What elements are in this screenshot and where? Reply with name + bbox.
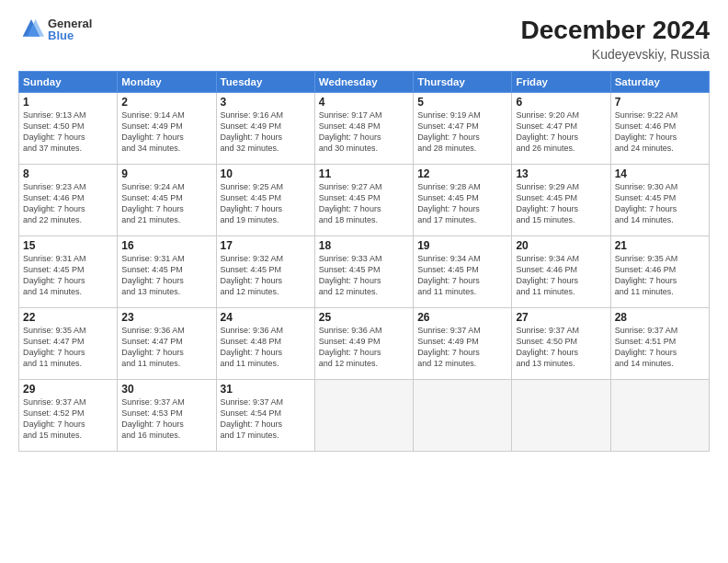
logo: General Blue	[18, 17, 92, 42]
day-info: Sunrise: 9:32 AM Sunset: 4:45 PM Dayligh…	[221, 253, 311, 298]
week-row-2: 8Sunrise: 9:23 AM Sunset: 4:46 PM Daylig…	[19, 164, 710, 236]
week-row-3: 15Sunrise: 9:31 AM Sunset: 4:45 PM Dayli…	[19, 236, 710, 307]
day-info: Sunrise: 9:37 AM Sunset: 4:51 PM Dayligh…	[615, 325, 705, 370]
day-number: 27	[516, 311, 606, 324]
calendar-table: SundayMondayTuesdayWednesdayThursdayFrid…	[18, 71, 710, 452]
day-number: 25	[319, 311, 409, 324]
day-number: 19	[417, 239, 507, 252]
week-row-4: 22Sunrise: 9:35 AM Sunset: 4:47 PM Dayli…	[19, 307, 710, 379]
day-info: Sunrise: 9:31 AM Sunset: 4:45 PM Dayligh…	[121, 253, 211, 298]
day-info: Sunrise: 9:14 AM Sunset: 4:49 PM Dayligh…	[121, 109, 211, 155]
day-info: Sunrise: 9:35 AM Sunset: 4:46 PM Dayligh…	[615, 253, 705, 298]
day-info: Sunrise: 9:27 AM Sunset: 4:45 PM Dayligh…	[319, 181, 409, 226]
day-number: 17	[221, 239, 311, 252]
calendar-cell: 9Sunrise: 9:24 AM Sunset: 4:45 PM Daylig…	[118, 164, 216, 236]
header-cell-friday: Friday	[512, 71, 610, 92]
calendar-cell: 20Sunrise: 9:34 AM Sunset: 4:46 PM Dayli…	[512, 236, 610, 307]
day-number: 18	[319, 239, 409, 252]
day-number: 14	[615, 167, 705, 180]
day-info: Sunrise: 9:25 AM Sunset: 4:45 PM Dayligh…	[221, 181, 311, 226]
calendar-cell: 5Sunrise: 9:19 AM Sunset: 4:47 PM Daylig…	[414, 92, 512, 164]
day-info: Sunrise: 9:36 AM Sunset: 4:47 PM Dayligh…	[121, 325, 211, 370]
day-number: 2	[121, 96, 211, 109]
day-info: Sunrise: 9:37 AM Sunset: 4:53 PM Dayligh…	[121, 396, 211, 442]
day-info: Sunrise: 9:19 AM Sunset: 4:47 PM Dayligh…	[417, 109, 507, 155]
day-number: 8	[23, 167, 113, 180]
calendar-cell: 7Sunrise: 9:22 AM Sunset: 4:46 PM Daylig…	[610, 92, 709, 164]
calendar-cell	[512, 379, 610, 451]
day-number: 7	[615, 96, 705, 109]
header-cell-wednesday: Wednesday	[314, 71, 413, 92]
day-number: 6	[516, 96, 606, 109]
day-info: Sunrise: 9:17 AM Sunset: 4:48 PM Dayligh…	[319, 109, 409, 155]
day-number: 31	[221, 383, 311, 396]
day-info: Sunrise: 9:36 AM Sunset: 4:48 PM Dayligh…	[221, 325, 311, 370]
day-number: 22	[23, 311, 113, 324]
calendar-cell: 17Sunrise: 9:32 AM Sunset: 4:45 PM Dayli…	[216, 236, 314, 307]
calendar-cell: 6Sunrise: 9:20 AM Sunset: 4:47 PM Daylig…	[512, 92, 610, 164]
day-info: Sunrise: 9:33 AM Sunset: 4:45 PM Dayligh…	[319, 253, 409, 298]
calendar-cell	[314, 379, 413, 451]
day-info: Sunrise: 9:22 AM Sunset: 4:46 PM Dayligh…	[615, 109, 705, 155]
logo-blue: Blue	[48, 29, 92, 41]
day-info: Sunrise: 9:28 AM Sunset: 4:45 PM Dayligh…	[417, 181, 507, 226]
title-block: December 2024 Kudeyevskiy, Russia	[521, 17, 710, 62]
day-info: Sunrise: 9:37 AM Sunset: 4:50 PM Dayligh…	[516, 325, 606, 370]
calendar-cell: 4Sunrise: 9:17 AM Sunset: 4:48 PM Daylig…	[314, 92, 413, 164]
calendar-cell: 31Sunrise: 9:37 AM Sunset: 4:54 PM Dayli…	[216, 379, 314, 451]
calendar-cell: 23Sunrise: 9:36 AM Sunset: 4:47 PM Dayli…	[118, 307, 216, 379]
header-cell-tuesday: Tuesday	[216, 71, 314, 92]
calendar-cell: 2Sunrise: 9:14 AM Sunset: 4:49 PM Daylig…	[118, 92, 216, 164]
calendar-cell: 12Sunrise: 9:28 AM Sunset: 4:45 PM Dayli…	[414, 164, 512, 236]
calendar-cell: 30Sunrise: 9:37 AM Sunset: 4:53 PM Dayli…	[118, 379, 216, 451]
day-info: Sunrise: 9:23 AM Sunset: 4:46 PM Dayligh…	[23, 181, 113, 226]
calendar-header: SundayMondayTuesdayWednesdayThursdayFrid…	[19, 71, 710, 92]
day-number: 29	[23, 383, 113, 396]
day-info: Sunrise: 9:34 AM Sunset: 4:45 PM Dayligh…	[417, 253, 507, 298]
day-number: 10	[221, 167, 311, 180]
calendar-body: 1Sunrise: 9:13 AM Sunset: 4:50 PM Daylig…	[19, 92, 710, 451]
calendar-cell: 15Sunrise: 9:31 AM Sunset: 4:45 PM Dayli…	[19, 236, 118, 307]
day-number: 28	[615, 311, 705, 324]
day-info: Sunrise: 9:37 AM Sunset: 4:49 PM Dayligh…	[417, 325, 507, 370]
day-info: Sunrise: 9:13 AM Sunset: 4:50 PM Dayligh…	[23, 109, 113, 155]
day-number: 9	[121, 167, 211, 180]
calendar-cell: 21Sunrise: 9:35 AM Sunset: 4:46 PM Dayli…	[610, 236, 709, 307]
subtitle: Kudeyevskiy, Russia	[521, 47, 710, 62]
day-number: 26	[417, 311, 507, 324]
header-cell-thursday: Thursday	[414, 71, 512, 92]
header: General Blue December 2024 Kudeyevskiy, …	[18, 17, 710, 62]
day-number: 21	[615, 239, 705, 252]
calendar-cell: 8Sunrise: 9:23 AM Sunset: 4:46 PM Daylig…	[19, 164, 118, 236]
logo-text: General Blue	[48, 17, 92, 41]
calendar-cell: 16Sunrise: 9:31 AM Sunset: 4:45 PM Dayli…	[118, 236, 216, 307]
day-info: Sunrise: 9:37 AM Sunset: 4:54 PM Dayligh…	[221, 396, 311, 442]
calendar-cell: 13Sunrise: 9:29 AM Sunset: 4:45 PM Dayli…	[512, 164, 610, 236]
day-info: Sunrise: 9:24 AM Sunset: 4:45 PM Dayligh…	[121, 181, 211, 226]
week-row-5: 29Sunrise: 9:37 AM Sunset: 4:52 PM Dayli…	[19, 379, 710, 451]
calendar-cell: 27Sunrise: 9:37 AM Sunset: 4:50 PM Dayli…	[512, 307, 610, 379]
day-number: 24	[221, 311, 311, 324]
header-row: SundayMondayTuesdayWednesdayThursdayFrid…	[19, 71, 710, 92]
day-number: 16	[121, 239, 211, 252]
day-info: Sunrise: 9:16 AM Sunset: 4:49 PM Dayligh…	[221, 109, 311, 155]
day-number: 5	[417, 96, 507, 109]
calendar-cell: 19Sunrise: 9:34 AM Sunset: 4:45 PM Dayli…	[414, 236, 512, 307]
header-cell-saturday: Saturday	[610, 71, 709, 92]
header-cell-sunday: Sunday	[19, 71, 118, 92]
day-number: 3	[221, 96, 311, 109]
calendar-cell: 1Sunrise: 9:13 AM Sunset: 4:50 PM Daylig…	[19, 92, 118, 164]
day-number: 13	[516, 167, 606, 180]
calendar-cell: 11Sunrise: 9:27 AM Sunset: 4:45 PM Dayli…	[314, 164, 413, 236]
calendar-cell: 3Sunrise: 9:16 AM Sunset: 4:49 PM Daylig…	[216, 92, 314, 164]
day-number: 1	[23, 96, 113, 109]
calendar-cell: 18Sunrise: 9:33 AM Sunset: 4:45 PM Dayli…	[314, 236, 413, 307]
day-info: Sunrise: 9:30 AM Sunset: 4:45 PM Dayligh…	[615, 181, 705, 226]
day-number: 15	[23, 239, 113, 252]
calendar-cell: 10Sunrise: 9:25 AM Sunset: 4:45 PM Dayli…	[216, 164, 314, 236]
main-title: December 2024	[521, 17, 710, 45]
day-info: Sunrise: 9:20 AM Sunset: 4:47 PM Dayligh…	[516, 109, 606, 155]
day-info: Sunrise: 9:31 AM Sunset: 4:45 PM Dayligh…	[23, 253, 113, 298]
calendar-cell	[610, 379, 709, 451]
day-info: Sunrise: 9:36 AM Sunset: 4:49 PM Dayligh…	[319, 325, 409, 370]
